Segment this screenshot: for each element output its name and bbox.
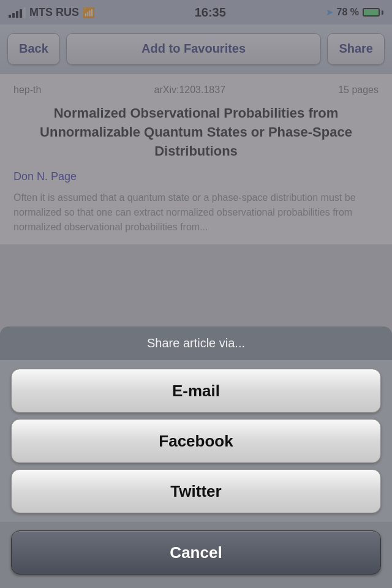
share-sheet: Share article via... E-mail Facebook Twi… [0, 326, 392, 588]
facebook-button[interactable]: Facebook [11, 419, 381, 463]
cancel-group: Cancel [0, 522, 392, 588]
cancel-button[interactable]: Cancel [11, 530, 381, 575]
share-title: Share article via... [0, 326, 392, 360]
twitter-button[interactable]: Twitter [11, 469, 381, 513]
email-button[interactable]: E-mail [11, 369, 381, 413]
share-options: E-mail Facebook Twitter [0, 360, 392, 522]
